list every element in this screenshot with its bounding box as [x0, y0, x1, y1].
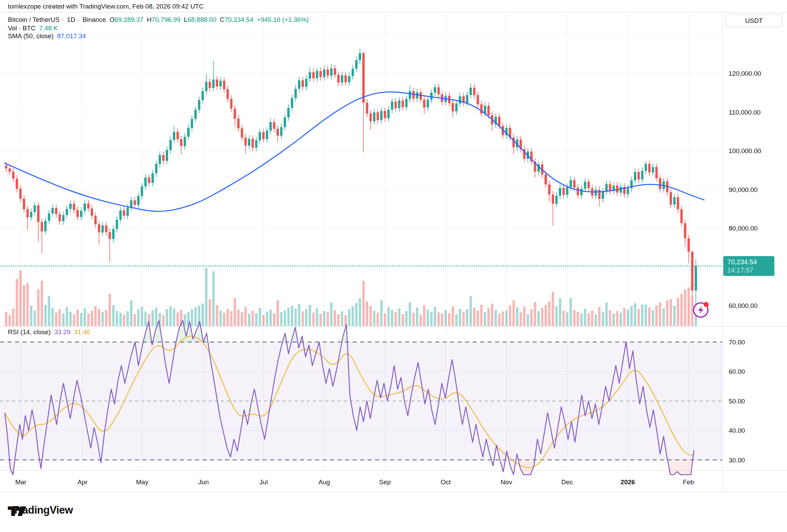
svg-text:100,000.00: 100,000.00 — [729, 147, 761, 154]
high-label: H — [147, 16, 152, 23]
interval-label[interactable]: 1D — [67, 16, 75, 23]
svg-text:Apr: Apr — [77, 478, 88, 486]
svg-text:60,000.00: 60,000.00 — [729, 302, 758, 309]
svg-text:80,000.00: 80,000.00 — [729, 225, 758, 232]
sma-label: SMA (50, close) — [8, 32, 54, 40]
sma-legend[interactable]: SMA (50, close) 87,017.34 — [8, 32, 88, 40]
rsi-axis-labels[interactable]: 70.0060.0050.0040.0030.00 — [729, 339, 745, 464]
svg-text:70,234.54: 70,234.54 — [727, 258, 757, 266]
open-label: O — [109, 16, 115, 23]
chart-root: 120,000.00110,000.00100,000.0090,000.008… — [0, 0, 787, 532]
tradingview-logo[interactable]: TradingView — [8, 504, 73, 516]
svg-text:40.00: 40.00 — [729, 427, 745, 434]
rsi-label: RSI (14, close) — [8, 328, 51, 336]
low-label: L — [184, 16, 188, 23]
rsi-ma-value: 31.46 — [74, 328, 90, 336]
svg-text:Jul: Jul — [259, 478, 268, 486]
svg-text:60.00: 60.00 — [729, 368, 745, 375]
rsi-legend[interactable]: RSI (14, close) 33.29 31.46 — [8, 328, 92, 336]
close-label: C — [220, 16, 225, 23]
time-axis-labels[interactable]: MarAprMayJunJulAugSepOctNovDec2026Feb — [15, 478, 694, 486]
svg-text:50.00: 50.00 — [729, 398, 745, 405]
svg-text:Dec: Dec — [561, 478, 573, 486]
volume-value: 7.48 K — [39, 25, 58, 32]
svg-text:Sep: Sep — [379, 478, 391, 486]
svg-text:110,000.00: 110,000.00 — [729, 109, 761, 116]
svg-text:30.00: 30.00 — [729, 457, 745, 464]
rsi-value: 33.29 — [54, 328, 71, 336]
svg-text:2026: 2026 — [621, 478, 635, 486]
volume-layer[interactable] — [5, 268, 697, 326]
lightning-badge-icon[interactable] — [694, 302, 709, 317]
high-value: 70,796.99 — [152, 16, 181, 23]
svg-text:120,000.00: 120,000.00 — [729, 70, 761, 77]
exchange-label[interactable]: Binance — [83, 16, 106, 23]
close-value: 70,234.54 — [224, 16, 253, 23]
volume-legend[interactable]: Vol · BTC 7.48 K — [8, 25, 60, 32]
candlestick-chart-canvas[interactable]: 120,000.00110,000.00100,000.0090,000.008… — [0, 0, 787, 532]
svg-text:70.00: 70.00 — [729, 339, 745, 346]
svg-text:Aug: Aug — [318, 478, 330, 486]
svg-text:Nov: Nov — [501, 478, 512, 486]
svg-text:Mar: Mar — [15, 478, 27, 486]
current-price-tag: 70,234.5414:17:57 — [723, 256, 774, 276]
low-value: 68,888.00 — [188, 16, 217, 23]
symbol-legend[interactable]: Bitcoin / TetherUS· 1D· Binance O69,289.… — [8, 16, 310, 24]
attribution-text: tomlexzope created with TradingView.com,… — [8, 3, 204, 10]
symbol-name[interactable]: Bitcoin / TetherUS — [8, 16, 60, 23]
svg-text:Oct: Oct — [441, 478, 451, 486]
volume-label: Vol · BTC — [8, 25, 35, 32]
sma-value: 87,017.34 — [57, 32, 86, 40]
svg-text:May: May — [136, 478, 148, 486]
currency-axis-button[interactable]: USDT — [725, 14, 783, 27]
svg-text:14:17:57: 14:17:57 — [727, 266, 753, 274]
change-value: +945.16 (+1.36%) — [257, 16, 309, 23]
svg-text:90,000.00: 90,000.00 — [729, 186, 758, 193]
open-value: 69,289.37 — [115, 16, 144, 23]
svg-text:Feb: Feb — [683, 478, 694, 486]
svg-text:Jun: Jun — [198, 478, 209, 486]
tradingview-mark-icon — [8, 504, 27, 518]
